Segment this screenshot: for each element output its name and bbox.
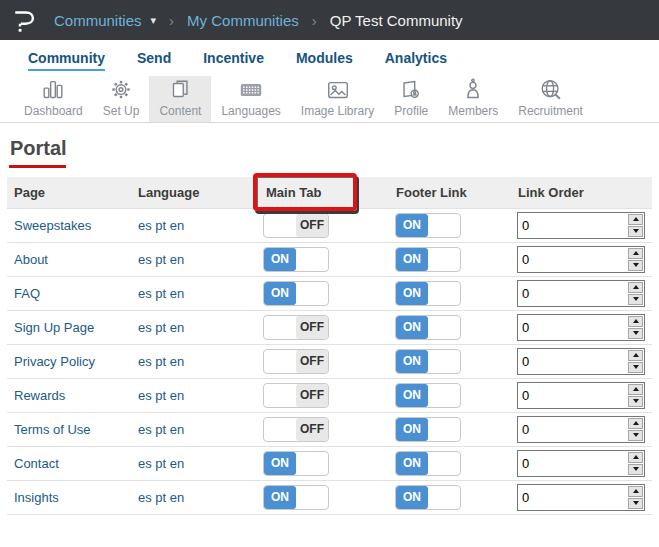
spinner-down-button[interactable]	[628, 498, 643, 509]
language-codes[interactable]: es pt en	[138, 354, 184, 369]
spinner-down-button[interactable]	[628, 260, 643, 271]
breadcrumb: Communities ▾ › My Communities › QP Test…	[54, 12, 463, 29]
link-order-input[interactable]: 0	[517, 280, 645, 307]
spinner-down-button[interactable]	[628, 430, 643, 441]
language-codes[interactable]: es pt en	[138, 218, 184, 233]
brand-p-logo-icon[interactable]	[12, 7, 38, 33]
link-order-input[interactable]: 0	[517, 212, 645, 239]
tab-analytics[interactable]: Analytics	[385, 46, 447, 71]
spinner-up-button[interactable]	[628, 248, 643, 259]
main-tab-toggle[interactable]: ON	[263, 485, 329, 510]
main-tab-toggle[interactable]: OFF	[263, 213, 329, 238]
toggle-off-label	[428, 316, 460, 339]
person-icon	[460, 77, 486, 103]
main-tab-toggle[interactable]: ON	[263, 247, 329, 272]
spinner-up-button[interactable]	[628, 282, 643, 293]
main-tab-toggle[interactable]: OFF	[263, 315, 329, 340]
link-order-input[interactable]: 0	[517, 450, 645, 477]
footer-link-toggle[interactable]: ON	[395, 383, 461, 408]
page-link[interactable]: About	[14, 252, 48, 267]
spinner-up-button[interactable]	[628, 452, 643, 463]
toolbar-item-dashboard[interactable]: Dashboard	[14, 76, 93, 122]
main-tab-toggle[interactable]: ON	[263, 281, 329, 306]
spinner-up-button[interactable]	[628, 418, 643, 429]
toolbar-item-recruitment[interactable]: Recruitment	[508, 76, 593, 122]
link-order-input[interactable]: 0	[517, 416, 645, 443]
spinner-down-button[interactable]	[628, 464, 643, 475]
footer-link-toggle[interactable]: ON	[395, 247, 461, 272]
toolbar-item-image-library[interactable]: Image Library	[291, 76, 384, 122]
footer-link-toggle[interactable]: ON	[395, 451, 461, 476]
toggle-off-label	[296, 486, 328, 509]
chevron-down-icon[interactable]: ▾	[151, 14, 157, 27]
page-link[interactable]: Contact	[14, 456, 59, 471]
spinner-up-button[interactable]	[628, 486, 643, 497]
tab-modules[interactable]: Modules	[296, 46, 353, 71]
page-link[interactable]: Insights	[14, 490, 59, 505]
spinner-down-button[interactable]	[628, 396, 643, 407]
page-link[interactable]: Sign Up Page	[14, 320, 94, 335]
language-codes[interactable]: es pt en	[138, 490, 184, 505]
spinner-up-button[interactable]	[628, 316, 643, 327]
spinner-up-button[interactable]	[628, 350, 643, 361]
language-codes[interactable]: es pt en	[138, 320, 184, 335]
page-link[interactable]: Terms of Use	[14, 422, 91, 437]
page-link[interactable]: Rewards	[14, 388, 65, 403]
toolbar-item-languages[interactable]: Languages	[211, 76, 290, 122]
link-order-input[interactable]: 0	[517, 314, 645, 341]
toggle-off-label	[428, 248, 460, 271]
toolbar-item-setup[interactable]: Set Up	[93, 76, 150, 122]
toggle-off-label	[428, 350, 460, 373]
breadcrumb-my-communities[interactable]: My Communities	[187, 12, 299, 29]
table-row: Sweepstakes es pt en OFF ON 0	[7, 208, 652, 242]
main-tab-toggle[interactable]: OFF	[263, 383, 329, 408]
spinner-down-button[interactable]	[628, 294, 643, 305]
footer-link-toggle[interactable]: ON	[395, 281, 461, 306]
language-codes[interactable]: es pt en	[138, 252, 184, 267]
spinner-up-button[interactable]	[628, 214, 643, 225]
language-codes[interactable]: es pt en	[138, 286, 184, 301]
link-order-input[interactable]: 0	[517, 348, 645, 375]
footer-link-toggle[interactable]: ON	[395, 213, 461, 238]
page-link[interactable]: Sweepstakes	[14, 218, 91, 233]
toolbar-item-content[interactable]: Content	[149, 76, 211, 122]
language-codes[interactable]: es pt en	[138, 388, 184, 403]
spinner-up-button[interactable]	[628, 384, 643, 395]
page-title: Portal	[10, 137, 652, 160]
spinner-down-button[interactable]	[628, 226, 643, 237]
main-tab-toggle[interactable]: OFF	[263, 349, 329, 374]
pages-icon	[167, 77, 193, 103]
top-header-bar: Communities ▾ › My Communities › QP Test…	[0, 0, 659, 40]
toolbar-item-label: Recruitment	[518, 104, 583, 118]
footer-link-toggle[interactable]: ON	[395, 485, 461, 510]
app-window: Communities ▾ › My Communities › QP Test…	[0, 0, 659, 547]
footer-link-toggle[interactable]: ON	[395, 349, 461, 374]
language-codes[interactable]: es pt en	[138, 422, 184, 437]
toolbar-item-profile[interactable]: Profile	[384, 76, 438, 122]
tab-send[interactable]: Send	[137, 46, 171, 71]
link-order-input[interactable]: 0	[517, 484, 645, 511]
breadcrumb-current-community: QP Test Community	[330, 12, 463, 29]
link-order-value: 0	[518, 485, 627, 510]
toggle-on-label: ON	[396, 350, 428, 373]
number-spinner	[627, 247, 644, 272]
tab-community[interactable]: Community	[28, 46, 105, 71]
globe-search-icon	[538, 77, 564, 103]
toolbar-item-members[interactable]: Members	[438, 76, 508, 122]
footer-link-toggle[interactable]: ON	[395, 417, 461, 442]
spinner-down-button[interactable]	[628, 362, 643, 373]
main-tab-toggle[interactable]: OFF	[263, 417, 329, 442]
page-link[interactable]: Privacy Policy	[14, 354, 95, 369]
toggle-on-label: ON	[396, 214, 428, 237]
link-order-input[interactable]: 0	[517, 382, 645, 409]
link-order-input[interactable]: 0	[517, 246, 645, 273]
footer-link-toggle[interactable]: ON	[395, 315, 461, 340]
toolbar-item-label: Languages	[221, 104, 280, 118]
breadcrumb-communities[interactable]: Communities	[54, 12, 142, 29]
language-codes[interactable]: es pt en	[138, 456, 184, 471]
main-tab-toggle[interactable]: ON	[263, 451, 329, 476]
toggle-off-label: OFF	[296, 316, 328, 339]
tab-incentive[interactable]: Incentive	[203, 46, 264, 71]
spinner-down-button[interactable]	[628, 328, 643, 339]
page-link[interactable]: FAQ	[14, 286, 40, 301]
